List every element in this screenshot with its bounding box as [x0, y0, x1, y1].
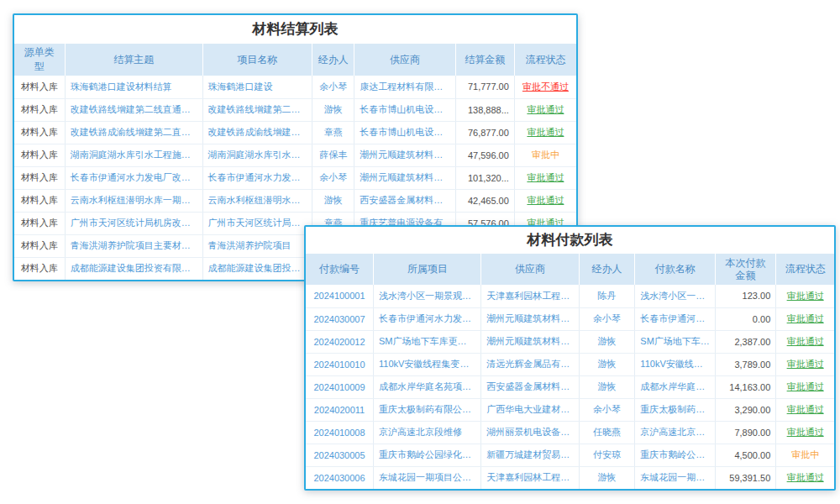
handler-cell[interactable]: 游恢	[579, 375, 635, 398]
project-cell[interactable]: 重庆太极制药有限公司...	[374, 398, 481, 421]
project-cell[interactable]: 长春市伊通河水力发电...	[374, 307, 481, 330]
status-cell[interactable]: 审批通过	[776, 353, 834, 375]
col-header-source-type: 源单类型	[14, 44, 65, 76]
supplier-cell[interactable]: 清远光辉金属品有限公司	[481, 353, 579, 375]
name-cell[interactable]: 浅水湾小区一期景...	[635, 285, 716, 307]
supplier-cell[interactable]: 长春市博山机电设备...	[354, 121, 455, 144]
status-cell[interactable]: 审批通过	[776, 466, 834, 489]
supplier-cell[interactable]: 天津嘉利园林工程有限...	[481, 285, 579, 307]
name-cell[interactable]: 东城花园一期项目...	[635, 466, 716, 489]
status-cell[interactable]: 审批通过	[776, 398, 834, 421]
subject-cell[interactable]: 广州市天河区统计局机房改造项目...	[65, 212, 202, 234]
project-cell[interactable]: 重庆市鹅岭公园绿化景...	[374, 444, 481, 466]
handler-cell[interactable]: 任晓燕	[579, 421, 635, 444]
handler-cell[interactable]: 余小琴	[312, 166, 354, 189]
page-canvas: 材料结算列表 源单类型 结算主题 项目名称 经办人 供应商 结算金额 流程状态 …	[0, 0, 840, 504]
supplier-cell[interactable]: 长春市博山机电设备...	[354, 98, 455, 121]
subject-cell[interactable]: 成都能源建设集团投资有限公司临...	[65, 257, 202, 280]
col-header-supplier: 供应商	[481, 254, 579, 285]
subject-cell[interactable]: 长春市伊通河水力发电厂改建工程...	[65, 166, 202, 189]
col-header-subject: 结算主题	[65, 44, 202, 76]
status-cell[interactable]: 审批通过	[776, 375, 834, 398]
subject-cell[interactable]: 湖南洞庭湖水库引水工程施工I标材...	[65, 144, 202, 166]
amount-cell: 42,465.00	[455, 189, 514, 212]
name-cell[interactable]: 长春市伊通河水力...	[635, 307, 716, 330]
no-cell[interactable]: 2024100001	[306, 285, 374, 307]
handler-cell[interactable]: 薛保丰	[312, 144, 354, 166]
subject-cell[interactable]: 改建铁路线增建第二线直通线（成...	[65, 98, 202, 121]
no-cell[interactable]: 2024010008	[306, 421, 374, 444]
subject-cell[interactable]: 青海洪湖养护院项目主要材料结算	[65, 234, 202, 257]
project-cell[interactable]: 京沪高速北京段维修	[374, 421, 481, 444]
project-cell[interactable]: 浅水湾小区一期景观提...	[374, 285, 481, 307]
no-cell[interactable]: 2024010009	[306, 375, 374, 398]
name-cell[interactable]: SM广场地下车库更...	[635, 330, 716, 353]
handler-cell[interactable]: 游恢	[312, 98, 354, 121]
handler-cell[interactable]: 游恢	[579, 330, 635, 353]
supplier-cell[interactable]: 湖州丽景机电设备有限...	[481, 421, 579, 444]
col-header-supplier: 供应商	[354, 44, 455, 76]
table-row: 材料入库湖南洞庭湖水库引水工程施工I标材...湖南洞庭湖水库引水工程...薛保丰…	[14, 144, 576, 166]
handler-cell[interactable]: 游恢	[312, 189, 354, 212]
handler-cell[interactable]: 章燕	[312, 121, 354, 144]
status-cell[interactable]: 审批通过	[776, 307, 834, 330]
project-cell[interactable]: 青海洪湖养护院项目	[202, 234, 312, 257]
status-cell[interactable]: 审批通过	[776, 421, 834, 444]
no-cell[interactable]: 2024020011	[306, 398, 374, 421]
supplier-cell[interactable]: 广西华电大业建材有限...	[481, 398, 579, 421]
handler-cell[interactable]: 余小琴	[579, 398, 635, 421]
handler-cell[interactable]: 余小琴	[579, 307, 635, 330]
name-cell[interactable]: 京沪高速北京段维...	[635, 421, 716, 444]
type-cell: 材料入库	[14, 234, 65, 257]
subject-cell[interactable]: 云南水利枢纽潜明水库一期工程施...	[65, 189, 202, 212]
supplier-cell[interactable]: 西安盛器金属材料有限...	[481, 375, 579, 398]
handler-cell[interactable]: 游恢	[579, 353, 635, 375]
supplier-cell[interactable]: 潮州元顺建筑材料有限...	[481, 330, 579, 353]
status-cell[interactable]: 审批通过	[776, 330, 834, 353]
no-cell[interactable]: 2024030006	[306, 466, 374, 489]
name-cell[interactable]: 成都水岸华庭名苑...	[635, 375, 716, 398]
supplier-cell[interactable]: 天津嘉利园林工程有限...	[481, 466, 579, 489]
status-cell[interactable]: 审批通过	[514, 189, 576, 212]
status-cell[interactable]: 审批通过	[514, 98, 576, 121]
project-cell[interactable]: 珠海鹤港口建设	[202, 76, 312, 98]
status-cell[interactable]: 审批通过	[514, 166, 576, 189]
handler-cell[interactable]: 陈丹	[579, 285, 635, 307]
supplier-cell[interactable]: 潮州元顺建筑材料有...	[354, 144, 455, 166]
no-cell[interactable]: 2024030007	[306, 307, 374, 330]
project-cell[interactable]: 改建铁路成渝线增建第二...	[202, 121, 312, 144]
status-cell[interactable]: 审批不通过	[514, 76, 576, 98]
subject-cell[interactable]: 珠海鹤港口建设材料结算	[65, 76, 202, 98]
supplier-cell[interactable]: 西安盛器金属材料有...	[354, 189, 455, 212]
supplier-cell[interactable]: 潮州元顺建筑材料有限...	[481, 307, 579, 330]
project-cell[interactable]: 云南水利枢纽潜明水库一...	[202, 189, 312, 212]
supplier-cell[interactable]: 潮州元顺建筑材料有...	[354, 166, 455, 189]
name-cell[interactable]: 重庆市鹅岭公园绿...	[635, 444, 716, 466]
supplier-cell[interactable]: 康达工程材料有限公司	[354, 76, 455, 98]
project-cell[interactable]: 长春市伊通河水力发电厂...	[202, 166, 312, 189]
type-cell: 材料入库	[14, 212, 65, 234]
no-cell[interactable]: 2024030005	[306, 444, 374, 466]
col-header-payment-no: 付款编号	[306, 254, 374, 285]
table-row: 2024010008京沪高速北京段维修湖州丽景机电设备有限...任晓燕京沪高速北…	[306, 421, 834, 444]
status-cell[interactable]: 审批通过	[776, 285, 834, 307]
subject-cell[interactable]: 改建铁路成渝线增建第二直通线（...	[65, 121, 202, 144]
project-cell[interactable]: 成都能源建设集团投资有	[202, 257, 312, 280]
project-cell[interactable]: 广州市天河区统计局机房	[202, 212, 312, 234]
project-cell[interactable]: 东城花园一期项目公寓...	[374, 466, 481, 489]
name-cell[interactable]: 重庆太极制药有限...	[635, 398, 716, 421]
handler-cell[interactable]: 游恢	[579, 466, 635, 489]
no-cell[interactable]: 2024010010	[306, 353, 374, 375]
project-cell[interactable]: 110kV安徽线程集变开断...	[374, 353, 481, 375]
status-cell[interactable]: 审批通过	[514, 121, 576, 144]
handler-cell[interactable]: 付安琼	[579, 444, 635, 466]
name-cell[interactable]: 110kV安徽线程集变...	[635, 353, 716, 375]
project-cell[interactable]: 改建铁路线增建第二线直...	[202, 98, 312, 121]
supplier-cell[interactable]: 新疆万城建材贸易有限...	[481, 444, 579, 466]
project-cell[interactable]: SM广场地下车库更换摄...	[374, 330, 481, 353]
no-cell[interactable]: 2024020012	[306, 330, 374, 353]
settlement-table-title: 材料结算列表	[14, 15, 576, 44]
project-cell[interactable]: 成都水岸华庭名苑项目...	[374, 375, 481, 398]
handler-cell[interactable]: 余小琴	[312, 76, 354, 98]
project-cell[interactable]: 湖南洞庭湖水库引水工程...	[202, 144, 312, 166]
